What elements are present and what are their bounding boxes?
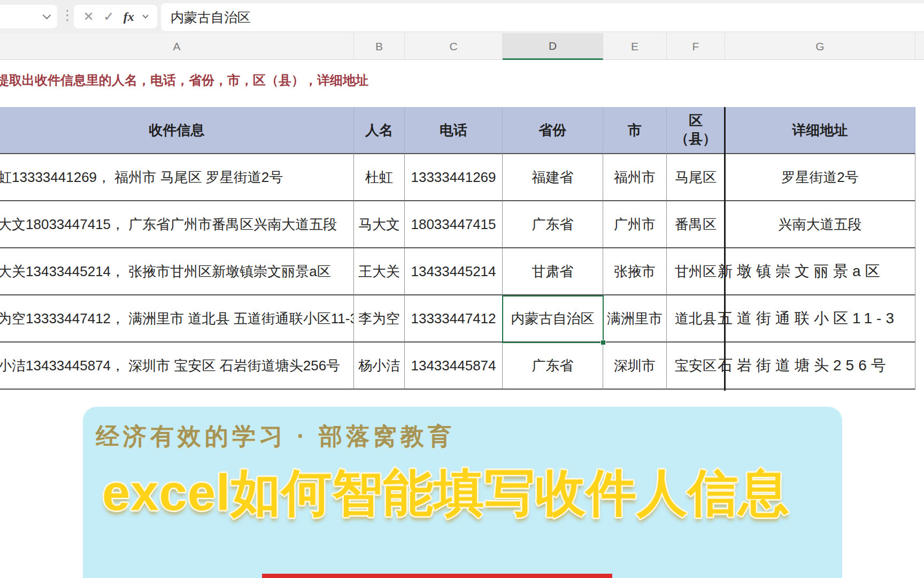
chevron-down-icon[interactable] xyxy=(43,11,51,20)
cell-info[interactable]: 马大文18033447415， 广东省广州市番禺区兴南大道五段 xyxy=(0,201,354,248)
formula-toolbar: ⋮ ✕ ✓ fx 内蒙古自治区 xyxy=(0,0,924,33)
header-cell-info[interactable]: 收件信息 xyxy=(0,107,354,154)
cell-address[interactable]: 新墩镇崇文丽景a区 xyxy=(725,248,915,295)
cell-address[interactable]: 石岩街道塘头256号 xyxy=(725,343,915,390)
cell-city[interactable]: 满洲里市 xyxy=(603,295,667,343)
cell-province[interactable]: 广东省 xyxy=(503,343,603,390)
cell-info[interactable]: 李为空13333447412， 满洲里市 道北县 五道街通联小区11-3 xyxy=(0,295,354,343)
header-cell-province[interactable]: 省份 xyxy=(503,107,603,154)
banner-title: excel如何智能填写收件人信息 xyxy=(102,459,789,527)
banner-tagline: 经济有效的学习 · 部落窝教育 xyxy=(96,421,455,452)
column-header-filler xyxy=(915,33,924,60)
column-header-g[interactable]: G xyxy=(725,33,915,60)
promo-banner: 经济有效的学习 · 部落窝教育 excel如何智能填写收件人信息 xyxy=(83,407,842,578)
column-header-c[interactable]: C xyxy=(405,33,503,60)
cell-district[interactable]: 道北县 xyxy=(667,295,725,343)
cell-address[interactable]: 五道街通联小区11-3 xyxy=(725,295,915,343)
column-header-d-selected[interactable]: D xyxy=(503,33,603,60)
fill-handle[interactable] xyxy=(600,340,606,345)
formula-value: 内蒙古自治区 xyxy=(171,9,251,26)
selected-cell-outline[interactable] xyxy=(502,295,604,343)
header-cell-address[interactable]: 详细地址 xyxy=(725,107,915,154)
cell-address[interactable]: 罗星街道2号 xyxy=(725,154,915,201)
cell-city[interactable]: 广州市 xyxy=(603,201,667,248)
column-headers: A B C D E F G xyxy=(0,33,924,60)
instruction-note[interactable]: 提取出收件信息里的人名，电话，省份，市，区（县），详细地址 xyxy=(0,72,368,89)
cell-city[interactable]: 福州市 xyxy=(603,154,667,201)
formula-button-group: ✕ ✓ fx xyxy=(74,5,157,28)
cell-city[interactable]: 深圳市 xyxy=(603,343,667,390)
column-header-a[interactable]: A xyxy=(0,33,354,60)
cell-info[interactable]: 杨小洁13433445874， 深圳市 宝安区 石岩街道塘头256号 xyxy=(0,343,354,390)
cell-name[interactable]: 马大文 xyxy=(354,201,405,248)
cell-name[interactable]: 杨小洁 xyxy=(354,343,405,390)
cancel-entry-button[interactable]: ✕ xyxy=(83,9,94,24)
cell-name[interactable]: 李为空 xyxy=(354,295,405,343)
data-table: 收件信息 人名 电话 省份 市 区 （县） 详细地址 杜虹13333441269… xyxy=(0,107,915,390)
name-box[interactable] xyxy=(0,5,57,28)
header-cell-district[interactable]: 区 （县） xyxy=(667,107,725,154)
cell-address[interactable]: 兴南大道五段 xyxy=(725,201,915,248)
cell-phone[interactable]: 13333447412 xyxy=(405,295,503,343)
cell-phone[interactable]: 13433445214 xyxy=(405,248,503,295)
column-divider xyxy=(724,107,726,391)
cell-province[interactable]: 福建省 xyxy=(503,154,603,201)
formula-input[interactable]: 内蒙古自治区 xyxy=(161,3,924,31)
cell-name[interactable]: 杜虹 xyxy=(354,154,405,201)
chevron-down-icon[interactable] xyxy=(143,12,149,18)
confirm-entry-button[interactable]: ✓ xyxy=(103,9,114,24)
cell-province[interactable]: 广东省 xyxy=(503,201,603,248)
column-header-e[interactable]: E xyxy=(603,33,667,60)
bottom-red-strip xyxy=(262,574,612,578)
insert-function-button[interactable]: fx xyxy=(124,10,134,24)
header-cell-phone[interactable]: 电话 xyxy=(405,107,503,154)
header-cell-city[interactable]: 市 xyxy=(603,107,667,154)
cell-city[interactable]: 张掖市 xyxy=(603,248,667,295)
header-cell-name[interactable]: 人名 xyxy=(354,107,405,154)
cell-phone[interactable]: 13433445874 xyxy=(405,343,503,390)
cell-phone[interactable]: 13333441269 xyxy=(405,154,503,201)
cell-district[interactable]: 番禺区 xyxy=(667,201,725,248)
column-header-f[interactable]: F xyxy=(667,33,725,60)
cell-info[interactable]: 杜虹13333441269， 福州市 马尾区 罗星街道2号 xyxy=(0,154,354,201)
more-vertical-icon: ⋮ xyxy=(60,7,74,24)
cell-district[interactable]: 马尾区 xyxy=(667,154,725,201)
column-header-b[interactable]: B xyxy=(354,33,405,60)
cell-info[interactable]: 王大关13433445214， 张掖市甘州区新墩镇崇文丽景a区 xyxy=(0,248,354,295)
cell-name[interactable]: 王大关 xyxy=(354,248,405,295)
cell-district[interactable]: 甘州区 xyxy=(667,248,725,295)
cell-province[interactable]: 甘肃省 xyxy=(503,248,603,295)
cell-district[interactable]: 宝安区 xyxy=(667,343,725,390)
cell-phone[interactable]: 18033447415 xyxy=(405,201,503,248)
